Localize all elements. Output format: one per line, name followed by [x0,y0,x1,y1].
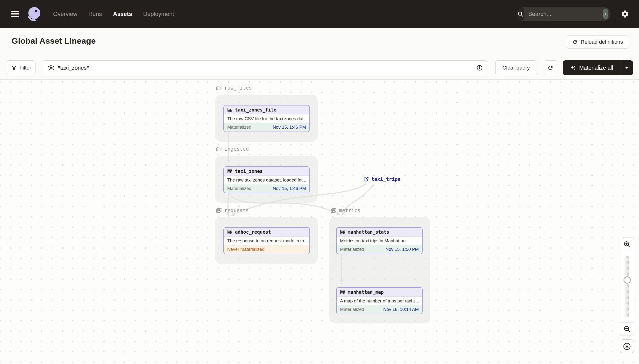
asset-description: Metrics on taxi trips in Manhattan [337,236,422,245]
group-label-metrics[interactable]: metrics [330,207,361,214]
zoom-slider-handle[interactable] [623,276,631,284]
zoom-out-button[interactable] [620,322,634,336]
table-icon [340,229,345,234]
asset-selection-input-wrap [43,60,487,75]
lineage-toolbar: Filter Clear query [0,53,639,80]
group-name: ingested [224,146,249,152]
settings-gear-icon[interactable] [620,9,630,19]
zoom-in-icon [623,241,630,248]
asset-name: taxi_zones [235,168,263,174]
lineage-edges [0,80,639,364]
group-name: metrics [339,208,361,214]
group-label-raw-files[interactable]: raw_files [216,85,252,91]
asset-status-row: Materialized Nov 15, 1:46 PM [224,123,309,132]
op-selector-graph-icon [47,64,55,72]
external-asset-label: taxi_trips [371,176,400,182]
search-bar[interactable]: / [516,7,610,21]
materialize-dropdown-caret[interactable] [620,60,633,75]
table-icon [227,168,233,174]
asset-name: manhattan_stats [348,229,389,234]
status-label: Materialized [227,186,251,191]
search-icon [516,7,524,21]
zoom-slider[interactable] [620,251,634,322]
chevron-down-icon [624,66,629,69]
reload-definitions-button[interactable]: Reload definitions [566,36,629,48]
status-label: Materialized [227,124,251,130]
zoom-out-icon [623,326,630,332]
materialize-all-label: Materialize all [579,65,613,71]
filter-label: Filter [20,65,32,71]
stacked-tables-icon [216,207,222,214]
table-icon [227,107,233,112]
asset-node-taxi-zones[interactable]: taxi_zones The raw taxi zones dataset, l… [223,166,310,193]
external-link-icon [363,176,369,182]
asset-selection-input[interactable] [55,65,476,71]
zoom-slider-track[interactable] [625,256,629,318]
asset-status-row: Materialized Nov 15, 1:46 PM [224,184,309,193]
page-header: Global Asset Lineage Reload definitions [0,28,639,53]
group-label-requests[interactable]: requests [216,207,249,214]
status-timestamp[interactable]: Nov 15, 1:50 PM [385,247,419,252]
status-timestamp[interactable]: Nov 15, 1:46 PM [273,186,306,191]
download-circle-icon [623,342,631,350]
zoom-in-button[interactable] [620,238,634,251]
dagster-logo[interactable] [26,6,42,22]
zoom-controls [620,238,634,354]
group-name: requests [224,208,249,214]
filter-button[interactable]: Filter [7,60,36,75]
reload-icon [572,39,578,45]
funnel-icon [11,65,17,70]
asset-node-manhattan-map[interactable]: manhattan_map A map of the number of tri… [336,287,423,314]
asset-status-row: Never materialized [224,245,309,254]
asset-description: The raw taxi zones dataset, loaded int..… [224,176,309,184]
nav-links: Overview Runs Assets Deployment [53,10,174,18]
search-input[interactable] [524,10,603,18]
stacked-tables-icon [330,207,337,214]
status-timestamp[interactable]: Nov 16, 10:14 AM [383,307,419,312]
nav-item-runs[interactable]: Runs [88,10,102,18]
page-title: Global Asset Lineage [12,36,96,46]
stacked-tables-icon [216,85,222,91]
asset-description: The response to an request made in th... [224,236,309,245]
sparkle-icon [570,65,576,71]
asset-name: taxi_zones_file [235,107,277,112]
status-timestamp[interactable]: Nov 15, 1:46 PM [273,124,306,130]
asset-status-row: Materialized Nov 16, 10:14 AM [337,305,422,314]
lineage-graph-canvas[interactable]: raw_files ingested requests metrics taxi… [0,80,639,364]
asset-description: A map of the number of trips per taxi z.… [337,297,422,305]
info-icon[interactable] [476,65,483,71]
table-icon [227,229,233,234]
clear-query-button[interactable]: Clear query [495,60,537,75]
nav-item-assets[interactable]: Assets [113,10,132,18]
status-label: Materialized [340,247,364,252]
asset-status-row: Materialized Nov 15, 1:50 PM [337,245,422,254]
top-nav: Overview Runs Assets Deployment / [0,0,639,28]
reload-definitions-label: Reload definitions [581,39,623,45]
table-icon [340,290,345,295]
stacked-tables-icon [216,146,222,152]
hamburger-menu-icon[interactable] [11,10,19,18]
asset-description: The raw CSV file for the taxi zones dat.… [224,114,309,123]
asset-node-manhattan-stats[interactable]: manhattan_stats Metrics on taxi trips in… [336,227,423,254]
asset-name: adhoc_request [235,229,271,234]
asset-node-adhoc-request[interactable]: adhoc_request The response to an request… [223,227,310,254]
refresh-button[interactable] [544,60,557,75]
group-label-ingested[interactable]: ingested [216,146,249,152]
external-asset-taxi-trips[interactable]: taxi_trips [363,176,400,182]
asset-name: manhattan_map [348,290,384,295]
search-shortcut-key: / [603,9,608,19]
status-label: Materialized [340,307,364,312]
nav-item-deployment[interactable]: Deployment [143,10,174,18]
asset-node-taxi-zones-file[interactable]: taxi_zones_file The raw CSV file for the… [223,105,310,132]
refresh-icon [547,65,553,71]
group-name: raw_files [224,85,252,91]
clear-query-label: Clear query [502,65,530,71]
status-label: Never materialized [227,247,264,252]
recenter-view-button[interactable] [620,340,634,354]
nav-item-overview[interactable]: Overview [53,10,77,18]
materialize-all-button[interactable]: Materialize all [563,60,633,75]
